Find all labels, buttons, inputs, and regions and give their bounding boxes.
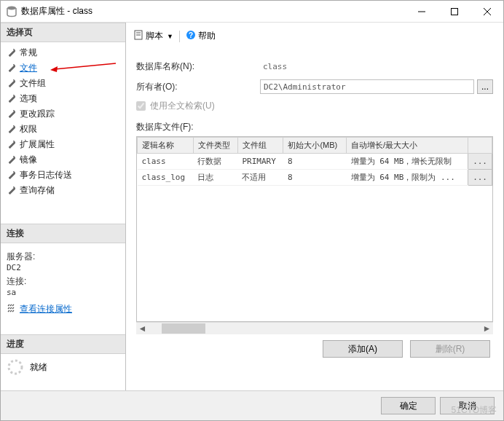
cancel-button[interactable]: 取消: [440, 397, 495, 414]
help-icon: ?: [186, 30, 196, 42]
wrench-icon: [7, 170, 16, 180]
sidebar: 选择页 常规 文件 文件组 选项: [1, 23, 126, 390]
svg-line-5: [55, 63, 116, 69]
connection-header: 连接: [1, 224, 125, 243]
database-icon: [7, 6, 17, 17]
toolbar: 脚本 ▼ ? 帮助: [133, 27, 496, 49]
col-filegroup[interactable]: 文件组: [237, 138, 283, 154]
view-connection-link[interactable]: 查看连接属性: [7, 303, 119, 315]
horizontal-scrollbar[interactable]: ◄ ►: [136, 322, 493, 334]
dialog-window: 数据库属性 - class 选择页 常规 文件 文: [0, 0, 504, 421]
close-button[interactable]: [470, 1, 503, 22]
owner-label: 所有者(O):: [136, 81, 260, 93]
svg-point-0: [7, 6, 16, 9]
scroll-thumb[interactable]: [162, 323, 205, 334]
annotation-arrow: [50, 62, 116, 74]
wrench-icon: [7, 109, 16, 119]
page-list: 常规 文件 文件组 选项 更改跟踪: [1, 42, 125, 201]
add-button[interactable]: 添加(A): [323, 340, 403, 358]
page-item-logshipping[interactable]: 事务日志传送: [1, 168, 125, 183]
pages-header: 选择页: [1, 23, 125, 42]
page-item-options[interactable]: 选项: [1, 91, 125, 106]
svg-marker-6: [50, 66, 58, 72]
progress-header: 进度: [1, 334, 125, 354]
wrench-icon: [7, 125, 16, 134]
script-dropdown[interactable]: 脚本 ▼: [133, 30, 173, 42]
wrench-icon: [7, 48, 16, 58]
row-ellipsis-button[interactable]: ...: [468, 170, 492, 186]
files-label: 数据库文件(F):: [136, 121, 493, 133]
svg-point-7: [9, 361, 22, 374]
file-row[interactable]: class_log 日志 不适用 8 增量为 64 MB，限制为 ... ...: [138, 170, 492, 186]
connection-label: 连接:: [7, 275, 119, 288]
page-item-files[interactable]: 文件: [1, 60, 125, 76]
script-icon: [133, 30, 143, 42]
svg-rect-2: [451, 8, 457, 15]
help-button[interactable]: ? 帮助: [186, 30, 216, 42]
wrench-icon: [7, 79, 16, 88]
dialog-footer: 确定 取消 51CTO博客: [1, 390, 503, 420]
col-file-type[interactable]: 文件类型: [193, 138, 237, 154]
owner-browse-button[interactable]: ...: [477, 79, 493, 94]
grid-header-row: 逻辑名称 文件类型 文件组 初始大小(MB) 自动增长/最大大小: [138, 138, 492, 154]
page-item-extprops[interactable]: 扩展属性: [1, 137, 125, 152]
db-name-label: 数据库名称(N):: [136, 60, 260, 73]
main-panel: 脚本 ▼ ? 帮助 数据库名称(N): class 所有者(O): DC2\Ad…: [126, 23, 503, 390]
files-grid[interactable]: 逻辑名称 文件类型 文件组 初始大小(MB) 自动增长/最大大小 class: [136, 136, 493, 322]
page-item-querystore[interactable]: 查询存储: [1, 183, 125, 198]
db-name-value: class: [260, 59, 493, 74]
minimize-button[interactable]: [405, 1, 438, 22]
page-item-permissions[interactable]: 权限: [1, 122, 125, 137]
chevron-down-icon: ▼: [167, 33, 173, 40]
row-ellipsis-button[interactable]: ...: [468, 154, 492, 170]
col-logical-name[interactable]: 逻辑名称: [138, 138, 194, 154]
wrench-icon: [7, 140, 16, 149]
progress-status: 就绪: [30, 361, 47, 374]
titlebar: 数据库属性 - class: [1, 1, 503, 23]
col-autogrowth[interactable]: 自动增长/最大大小: [347, 138, 468, 154]
svg-text:?: ?: [189, 31, 193, 39]
wrench-icon: [7, 94, 16, 103]
page-item-general[interactable]: 常规: [1, 45, 125, 60]
window-title: 数据库属性 - class: [21, 5, 405, 17]
page-item-filegroups[interactable]: 文件组: [1, 76, 125, 91]
server-value: DC2: [7, 263, 119, 272]
scroll-left-icon[interactable]: ◄: [136, 323, 149, 334]
fulltext-checkbox: [136, 101, 146, 111]
remove-button[interactable]: 删除(R): [410, 340, 490, 358]
file-row[interactable]: class 行数据 PRIMARY 8 增量为 64 MB，增长无限制 ...: [138, 154, 492, 170]
properties-icon: [7, 304, 17, 315]
scroll-right-icon[interactable]: ►: [481, 323, 493, 334]
owner-input[interactable]: DC2\Administrator: [260, 79, 474, 94]
fulltext-label: 使用全文检索(U): [150, 100, 215, 112]
wrench-icon: [7, 155, 16, 165]
page-item-changetracking[interactable]: 更改跟踪: [1, 106, 125, 122]
wrench-icon: [7, 186, 16, 195]
maximize-button[interactable]: [438, 1, 470, 22]
progress-spinner-icon: [7, 358, 24, 376]
wrench-icon: [7, 63, 16, 73]
ok-button[interactable]: 确定: [381, 397, 436, 414]
col-initial-size[interactable]: 初始大小(MB): [283, 138, 347, 154]
page-item-mirroring[interactable]: 镜像: [1, 152, 125, 168]
connection-value: sa: [7, 288, 119, 297]
server-label: 服务器:: [7, 251, 119, 263]
